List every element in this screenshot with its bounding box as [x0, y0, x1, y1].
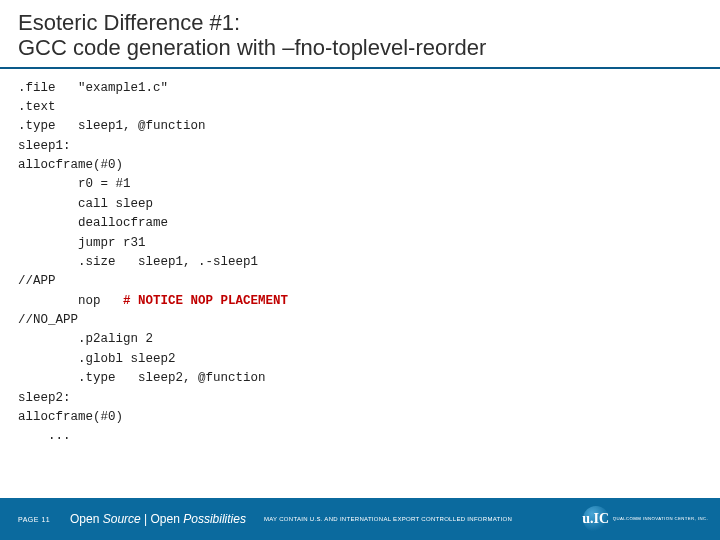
logo-subtext: QUALCOMM INNOVATION CENTER, INC. [609, 517, 708, 522]
footer-motto: Open Source | Open Possibilities [60, 512, 246, 526]
logo-text: u.IC [582, 511, 609, 527]
code-line: .text [18, 100, 56, 114]
code-line: deallocframe [18, 216, 168, 230]
code-line: allocframe(#0) [18, 158, 123, 172]
code-line: .type sleep2, @function [18, 371, 266, 385]
slide: Esoteric Difference #1: GCC code generat… [0, 0, 720, 540]
code-line: nop [18, 294, 123, 308]
code-line: r0 = #1 [18, 177, 131, 191]
code-block: .file "example1.c" .text .type sleep1, @… [0, 69, 720, 447]
code-line: sleep1: [18, 139, 71, 153]
footer-legal: MAY CONTAIN U.S. AND INTERNATIONAL EXPOR… [246, 516, 583, 522]
footer-logo: u.IC QUALCOMM INNOVATION CENTER, INC. [583, 506, 720, 532]
title-line-2: GCC code generation with –fno-toplevel-r… [18, 35, 702, 60]
motto-text: Open [70, 512, 103, 526]
code-line: .file "example1.c" [18, 81, 168, 95]
code-line: .type sleep1, @function [18, 119, 206, 133]
motto-text: | Open [141, 512, 183, 526]
code-line: .size sleep1, .-sleep1 [18, 255, 258, 269]
code-line: //APP [18, 274, 56, 288]
code-line: .p2align 2 [18, 332, 153, 346]
motto-text: Source [103, 512, 141, 526]
logo-wrap: u.IC [583, 506, 609, 532]
code-line: //NO_APP [18, 313, 78, 327]
code-line: jumpr r31 [18, 236, 146, 250]
code-line: .globl sleep2 [18, 352, 176, 366]
title-line-1: Esoteric Difference #1: [18, 10, 702, 35]
page-number: PAGE 11 [0, 516, 60, 523]
motto-text: Possibilities [183, 512, 246, 526]
footer-bar: PAGE 11 Open Source | Open Possibilities… [0, 498, 720, 540]
code-line: call sleep [18, 197, 153, 211]
title-block: Esoteric Difference #1: GCC code generat… [0, 0, 720, 69]
logo-mark: u.IC [583, 506, 609, 532]
code-line: ... [18, 429, 71, 443]
code-highlight: # NOTICE NOP PLACEMENT [123, 294, 288, 308]
code-line: sleep2: [18, 391, 71, 405]
code-line: allocframe(#0) [18, 410, 123, 424]
